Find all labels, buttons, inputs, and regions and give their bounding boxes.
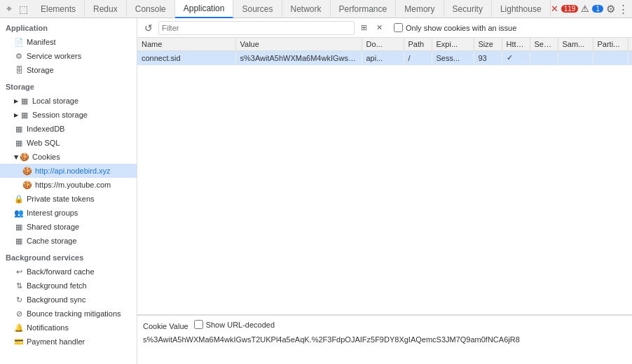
cookie-value-title: Cookie Value [143, 322, 188, 330]
only-show-checkbox-input[interactable] [394, 23, 403, 32]
tab-lighthouse[interactable]: Lighthouse [492, 0, 551, 18]
show-url-decoded-text: Show URL-decoded [206, 321, 275, 329]
col-header-expires[interactable]: Expi... [432, 38, 474, 51]
col-header-secure[interactable]: Sec... [530, 38, 558, 51]
col-header-value[interactable]: Value [235, 38, 362, 51]
cookie-value-panel: Cookie Value Show URL-decoded s%3AwitA5h… [137, 315, 632, 364]
pointer-icon[interactable]: ⌖ [3, 3, 15, 15]
cell-priority: Med... [628, 51, 632, 65]
cookie-toolbar: ↺ ⊞ ✕ Only show cookies with an issue [137, 18, 632, 38]
tab-elements[interactable]: Elements [32, 0, 85, 18]
manifest-label: Manifest [27, 38, 56, 46]
background-fetch-label: Background fetch [27, 281, 87, 290]
expand-icon: ▶ [14, 112, 18, 118]
sidebar-item-storage[interactable]: 🗄 Storage [0, 63, 137, 77]
shared-storage-icon: ▦ [14, 222, 24, 232]
sidebar-item-manifest[interactable]: 📄 Manifest [0, 35, 137, 49]
cell-domain: api... [362, 51, 404, 65]
tab-network[interactable]: Network [282, 0, 331, 18]
col-header-partition[interactable]: Parti... [593, 38, 628, 51]
filter-options-icon[interactable]: ⊞ [357, 22, 370, 34]
bounce-tracking-label: Bounce tracking mitigations [27, 309, 121, 318]
sidebar-item-service-workers[interactable]: ⚙ Service workers [0, 49, 137, 63]
sidebar-item-interest-groups[interactable]: 👥 Interest groups [0, 206, 137, 220]
clear-icon[interactable]: ✕ [373, 22, 385, 34]
col-header-http[interactable]: Http... [502, 38, 530, 51]
tab-console[interactable]: Console [127, 0, 175, 18]
collapse-icon: ▶ [13, 155, 20, 159]
section-application: Application [0, 18, 137, 35]
only-show-cookies-checkbox[interactable]: Only show cookies with an issue [394, 23, 516, 32]
indexeddb-icon: ▦ [14, 124, 24, 134]
session-storage-label: Session storage [32, 111, 88, 119]
col-header-domain[interactable]: Do... [362, 38, 404, 51]
cookie-value-header: Cookie Value Show URL-decoded [143, 320, 626, 332]
tab-application[interactable]: Application [175, 0, 234, 18]
sidebar-item-cache-storage[interactable]: ▦ Cache storage [0, 234, 137, 248]
sidebar-item-back-forward[interactable]: ↩ Back/forward cache [0, 265, 137, 279]
private-state-label: Private state tokens [27, 195, 95, 203]
sidebar-item-indexeddb[interactable]: ▦ IndexedDB [0, 122, 137, 136]
show-url-decoded-checkbox[interactable] [194, 320, 203, 329]
background-sync-label: Background sync [27, 295, 85, 304]
cell-samesite [558, 51, 593, 65]
cookies-youtube-label: https://m.youtube.com [35, 181, 111, 189]
back-forward-icon: ↩ [14, 267, 24, 276]
cell-name: connect.sid [137, 51, 235, 65]
cookies-table-container: Name Value Do... Path Expi... Size Http.… [137, 38, 632, 315]
sidebar-item-local-storage[interactable]: ▶ ▦ Local storage [0, 94, 137, 108]
tab-security[interactable]: Security [444, 0, 492, 18]
local-storage-label: Local storage [32, 97, 78, 105]
indexeddb-label: IndexedDB [27, 125, 64, 133]
cookies-label: Cookies [32, 153, 60, 161]
col-header-path[interactable]: Path [404, 38, 432, 51]
sidebar-item-bounce-tracking[interactable]: ⊘ Bounce tracking mitigations [0, 307, 137, 321]
sidebar: Application 📄 Manifest ⚙ Service workers… [0, 18, 137, 364]
col-header-samesite[interactable]: Sam... [558, 38, 593, 51]
sidebar-item-payment-handler[interactable]: 💳 Payment handler [0, 335, 137, 349]
table-row[interactable]: connect.sid s%3AwitA5hWXMa6M4wkIGwsT2U..… [137, 51, 632, 65]
right-panel: ↺ ⊞ ✕ Only show cookies with an issue Na… [137, 18, 632, 364]
bounce-tracking-icon: ⊘ [14, 309, 24, 318]
main-layout: Application 📄 Manifest ⚙ Service workers… [0, 18, 632, 364]
api-cookies-icon: 🍪 [22, 166, 32, 176]
col-header-name[interactable]: Name [137, 38, 235, 51]
filter-input[interactable] [158, 21, 355, 35]
tab-sources[interactable]: Sources [233, 0, 282, 18]
sidebar-item-shared-storage[interactable]: ▦ Shared storage [0, 220, 137, 234]
only-show-label: Only show cookies with an issue [406, 24, 516, 32]
web-sql-label: Web SQL [27, 139, 60, 147]
sidebar-item-background-fetch[interactable]: ⇅ Background fetch [0, 279, 137, 293]
tab-performance[interactable]: Performance [331, 0, 397, 18]
sidebar-item-private-state[interactable]: 🔒 Private state tokens [0, 192, 137, 206]
sidebar-item-session-storage[interactable]: ▶ ▦ Session storage [0, 108, 137, 122]
tab-redux[interactable]: Redux [85, 0, 127, 18]
cell-http: ✓ [502, 51, 530, 65]
sidebar-item-web-sql[interactable]: ▦ Web SQL [0, 136, 137, 150]
interest-groups-icon: 👥 [14, 208, 24, 218]
local-storage-icon: ▦ [20, 96, 29, 106]
refresh-button[interactable]: ↺ [142, 21, 156, 35]
inspect-icon[interactable]: ⬚ [17, 3, 29, 15]
sidebar-item-notifications[interactable]: 🔔 Notifications [0, 321, 137, 335]
devtools-icons: ⌖ ⬚ [0, 3, 32, 15]
cell-path: / [404, 51, 432, 65]
settings-icon[interactable]: ⚙ [606, 3, 615, 15]
cell-value: s%3AwitA5hWXMa6M4wkIGwsT2U... [235, 51, 362, 65]
col-header-size[interactable]: Size [474, 38, 502, 51]
shared-storage-label: Shared storage [27, 223, 79, 231]
sidebar-item-background-sync[interactable]: ↻ Background sync [0, 293, 137, 307]
payment-handler-icon: 💳 [14, 337, 24, 346]
notifications-icon: 🔔 [14, 323, 24, 332]
sidebar-item-cookies-youtube[interactable]: 🍪 https://m.youtube.com [0, 178, 137, 192]
cookies-table: Name Value Do... Path Expi... Size Http.… [137, 38, 632, 65]
cookie-value-text: s%3AwitA5hWXMa6M4wkIGwsT2UKPl4a5eAqK.%2F… [143, 335, 626, 345]
sidebar-item-cookies[interactable]: ▶ 🍪 Cookies [0, 150, 137, 164]
col-header-priority[interactable]: Pri... [628, 38, 632, 51]
show-url-decoded-label[interactable]: Show URL-decoded [194, 320, 275, 329]
more-icon[interactable]: ⋮ [618, 3, 628, 15]
cell-secure [530, 51, 558, 65]
sidebar-item-cookies-api[interactable]: 🍪 http://api.nodebird.xyz [0, 164, 137, 178]
table-header-row: Name Value Do... Path Expi... Size Http.… [137, 38, 632, 51]
tab-memory[interactable]: Memory [396, 0, 444, 18]
